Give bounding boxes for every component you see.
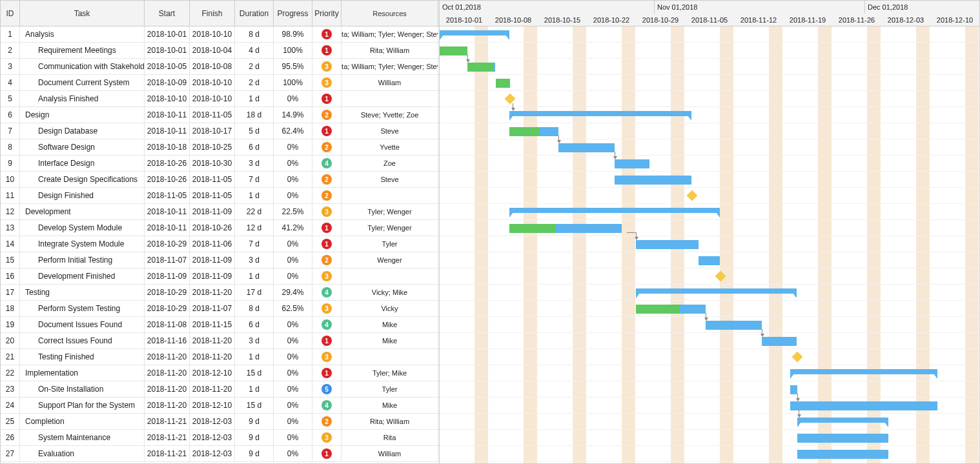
cell-progress: 100% xyxy=(274,75,312,90)
task-bar[interactable] xyxy=(615,176,691,185)
cell-progress: 0% xyxy=(274,268,312,284)
cell-finish: 2018-11-20 xyxy=(190,333,235,348)
grid-body: 1Analysis2018-10-012018-10-108 d98.9%1Ri… xyxy=(1,26,439,462)
table-row[interactable]: 1Analysis2018-10-012018-10-108 d98.9%1Ri… xyxy=(1,26,439,43)
table-row[interactable]: 24Support Plan for the System2018-11-202… xyxy=(1,398,439,414)
cell-duration: 1 d xyxy=(235,188,274,203)
col-start[interactable]: Start xyxy=(145,1,190,26)
col-priority[interactable]: Priority xyxy=(312,1,342,26)
task-bar[interactable] xyxy=(790,401,937,410)
task-bar[interactable] xyxy=(496,79,510,88)
cell-progress: 62.4% xyxy=(274,123,312,139)
cell-resources: Mike xyxy=(342,398,438,413)
task-bar[interactable] xyxy=(558,143,615,152)
cell-progress: 0% xyxy=(274,91,312,106)
col-finish[interactable]: Finish xyxy=(190,1,235,26)
task-bar[interactable] xyxy=(797,450,888,459)
cell-priority: 2 xyxy=(312,188,342,203)
col-task[interactable]: Task xyxy=(20,1,145,26)
table-row[interactable]: 11Design Finished2018-11-052018-11-051 d… xyxy=(1,188,439,204)
table-row[interactable]: 15Perform Initial Testing2018-11-072018-… xyxy=(1,252,439,268)
table-row[interactable]: 22Implementation2018-11-202018-12-1015 d… xyxy=(1,365,439,381)
task-bar[interactable] xyxy=(467,63,495,72)
cell-id: 11 xyxy=(1,188,20,203)
cell-priority: 3 xyxy=(312,59,342,74)
table-row[interactable]: 26System Maintenance2018-11-212018-12-03… xyxy=(1,430,439,446)
task-bar[interactable] xyxy=(699,256,720,265)
col-progress[interactable]: Progress xyxy=(274,1,312,26)
table-row[interactable]: 18Perform System Testing2018-10-292018-1… xyxy=(1,301,439,317)
timeline-body[interactable] xyxy=(440,26,979,463)
cell-duration: 22 d xyxy=(235,204,274,219)
summary-bar[interactable] xyxy=(509,208,720,213)
table-row[interactable]: 2Requirement Meetings2018-10-012018-10-0… xyxy=(1,43,439,59)
table-row[interactable]: 7Design Database2018-10-112018-10-175 d6… xyxy=(1,123,439,139)
table-row[interactable]: 6Design2018-10-112018-11-0518 d14.9%2Ste… xyxy=(1,107,439,123)
task-bar[interactable] xyxy=(636,240,699,249)
summary-bar[interactable] xyxy=(509,111,691,116)
task-bar[interactable] xyxy=(636,305,706,314)
summary-bar[interactable] xyxy=(636,288,797,294)
table-row[interactable]: 9Interface Design2018-10-262018-10-303 d… xyxy=(1,156,439,172)
cell-duration: 15 d xyxy=(235,398,274,413)
table-row[interactable]: 3Communication with Stakeholders2018-10-… xyxy=(1,59,439,75)
col-duration[interactable]: Duration xyxy=(235,1,274,26)
cell-resources: William xyxy=(342,75,438,90)
cell-task: Interface Design xyxy=(20,156,145,171)
col-id[interactable]: ID xyxy=(1,1,20,26)
task-bar[interactable] xyxy=(706,321,762,330)
task-bar[interactable] xyxy=(509,224,622,233)
table-row[interactable]: 10Create Design Specifications2018-10-26… xyxy=(1,172,439,188)
cell-duration: 4 d xyxy=(235,43,274,58)
progress-fill xyxy=(467,63,494,72)
task-bar[interactable] xyxy=(797,434,888,443)
task-bar[interactable] xyxy=(440,46,467,55)
table-row[interactable]: 25Completion2018-11-212018-12-039 d0%2Ri… xyxy=(1,414,439,430)
cell-progress: 22.5% xyxy=(274,204,312,219)
cell-priority: 3 xyxy=(312,301,342,316)
cell-task: Analysis xyxy=(20,26,145,42)
summary-bar[interactable] xyxy=(797,418,888,423)
table-row[interactable]: 27Evaluation2018-11-212018-12-039 d0%1Wi… xyxy=(1,446,439,462)
cell-priority: 1 xyxy=(312,446,342,461)
dependency-arrow-icon xyxy=(615,152,615,159)
cell-id: 4 xyxy=(1,75,20,90)
cell-resources: Rita; William; Tyler; Wenger; Steve xyxy=(342,59,438,74)
table-row[interactable]: 4Document Current System2018-10-092018-1… xyxy=(1,75,439,91)
cell-resources: Wenger xyxy=(342,252,438,268)
table-row[interactable]: 19Document Issues Found2018-11-082018-11… xyxy=(1,317,439,333)
cell-start: 2018-10-11 xyxy=(145,220,190,236)
summary-bar[interactable] xyxy=(440,30,509,35)
cell-progress: 0% xyxy=(274,333,312,348)
cell-id: 10 xyxy=(1,172,20,187)
cell-duration: 6 d xyxy=(235,139,274,155)
table-row[interactable]: 21Testing Finished2018-11-202018-11-201 … xyxy=(1,349,439,365)
table-row[interactable]: 16Development Finished2018-11-092018-11-… xyxy=(1,268,439,285)
month-header: Oct 01,2018 xyxy=(440,1,655,14)
cell-start: 2018-10-05 xyxy=(145,59,190,74)
task-bar[interactable] xyxy=(615,159,649,168)
cell-priority: 4 xyxy=(312,285,342,300)
table-row[interactable]: 17Testing2018-10-292018-11-2017 d29.4%4V… xyxy=(1,285,439,301)
table-row[interactable]: 5Analysis Finished2018-10-102018-10-101 … xyxy=(1,91,439,107)
task-bar[interactable] xyxy=(509,127,558,136)
table-row[interactable]: 8Software Design2018-10-182018-10-256 d0… xyxy=(1,139,439,156)
table-row[interactable]: 14Integrate System Module2018-10-292018-… xyxy=(1,236,439,252)
table-row[interactable]: 20Correct Issues Found2018-11-162018-11-… xyxy=(1,333,439,349)
table-row[interactable]: 13Develop System Module2018-10-112018-10… xyxy=(1,220,439,236)
gantt-row xyxy=(440,26,979,43)
cell-id: 21 xyxy=(1,349,20,365)
cell-finish: 2018-10-10 xyxy=(190,75,235,90)
cell-duration: 5 d xyxy=(235,123,274,139)
summary-bar[interactable] xyxy=(790,369,937,374)
table-row[interactable]: 12Development2018-10-112018-11-0922 d22.… xyxy=(1,204,439,220)
priority-badge: 1 xyxy=(322,239,332,249)
week-header: 2018-11-26 xyxy=(832,14,881,26)
week-header: 2018-10-08 xyxy=(489,14,538,26)
col-resources[interactable]: Resources xyxy=(342,1,438,26)
task-bar[interactable] xyxy=(790,385,797,394)
table-row[interactable]: 23On-Site Installation2018-11-202018-11-… xyxy=(1,381,439,398)
cell-finish: 2018-12-03 xyxy=(190,414,235,429)
cell-start: 2018-11-21 xyxy=(145,446,190,461)
task-bar[interactable] xyxy=(762,337,797,346)
